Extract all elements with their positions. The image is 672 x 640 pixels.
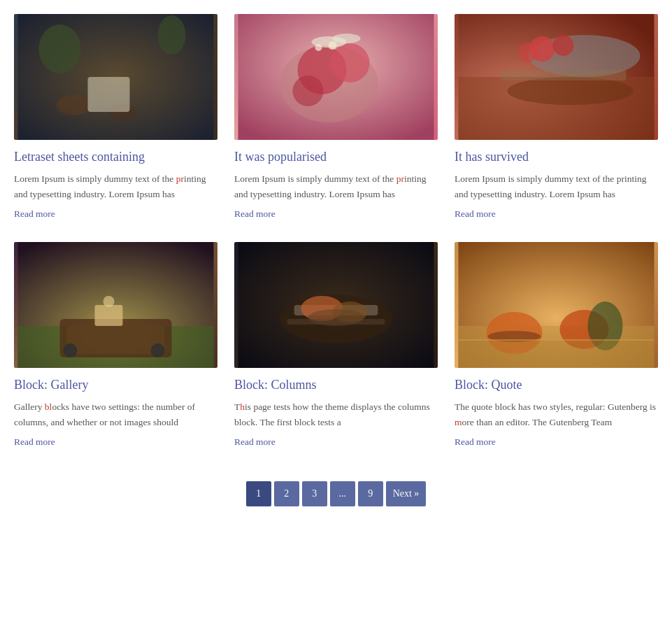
svg-point-11: [331, 43, 370, 83]
card-5-image: [234, 242, 438, 368]
card-6-title: Block: Quote: [455, 378, 658, 392]
card-4-text: Gallery blocks have two settings: the nu…: [14, 399, 217, 429]
svg-point-14: [333, 34, 361, 43]
svg-point-32: [103, 296, 115, 307]
svg-rect-28: [67, 326, 165, 354]
page-9-button[interactable]: 9: [358, 481, 383, 506]
card-2-body: It was popularised Lorem Ipsum is simply…: [234, 140, 438, 225]
svg-rect-46: [459, 340, 655, 368]
card-1-read-more[interactable]: Read more: [14, 208, 217, 220]
card-3-title: It has survived: [455, 150, 658, 164]
card-4: Block: Gallery Gallery blocks have two s…: [14, 242, 217, 453]
card-1-image: [14, 14, 217, 140]
card-5: Block: Columns This page tests how the t…: [234, 242, 438, 453]
card-5-text: This page tests how the theme displays t…: [234, 399, 438, 429]
card-3-text: Lorem Ipsum is simply dummy text of the …: [455, 171, 658, 201]
svg-point-23: [508, 77, 634, 105]
next-button[interactable]: Next »: [386, 481, 427, 506]
card-6-image: [455, 242, 658, 368]
card-5-title: Block: Columns: [234, 378, 438, 392]
card-6-text: The quote block has two styles, regular:…: [455, 399, 658, 429]
card-3: It has survived Lorem Ipsum is simply du…: [455, 14, 658, 225]
card-4-image: [14, 242, 217, 368]
card-3-read-more[interactable]: Read more: [455, 208, 658, 220]
svg-point-16: [315, 44, 322, 51]
card-1-text: Lorem Ipsum is simply dummy text of the …: [14, 171, 217, 201]
svg-point-22: [519, 43, 538, 62]
card-2-image: [234, 14, 438, 140]
svg-rect-6: [88, 77, 130, 112]
card-1-title: Letraset sheets containing: [14, 150, 217, 164]
card-4-read-more[interactable]: Read more: [14, 436, 217, 448]
card-6-body: Block: Quote The quote block has two sty…: [455, 368, 658, 453]
svg-rect-39: [287, 319, 385, 325]
card-4-title: Block: Gallery: [14, 378, 217, 392]
card-2-read-more[interactable]: Read more: [234, 208, 438, 220]
svg-point-30: [151, 343, 165, 357]
card-6: Block: Quote The quote block has two sty…: [455, 242, 658, 453]
card-3-body: It has survived Lorem Ipsum is simply du…: [455, 140, 658, 225]
svg-point-4: [57, 94, 92, 115]
card-3-image: [455, 14, 658, 140]
card-5-body: Block: Columns This page tests how the t…: [234, 368, 438, 453]
card-2-text: Lorem Ipsum is simply dummy text of the …: [234, 171, 438, 201]
svg-point-29: [64, 343, 78, 357]
svg-rect-31: [95, 305, 123, 326]
card-4-body: Block: Gallery Gallery blocks have two s…: [14, 368, 217, 453]
page-3-button[interactable]: 3: [302, 481, 327, 506]
svg-rect-24: [501, 70, 627, 80]
card-5-read-more[interactable]: Read more: [234, 436, 438, 448]
svg-point-1: [39, 24, 81, 73]
article-grid: Letraset sheets containing Lorem Ipsum i…: [14, 14, 658, 453]
svg-point-21: [553, 35, 574, 56]
svg-point-15: [329, 41, 337, 50]
svg-point-2: [158, 15, 186, 55]
svg-point-12: [293, 76, 324, 106]
card-1-body: Letraset sheets containing Lorem Ipsum i…: [14, 140, 217, 225]
pagination: 1 2 3 ... 9 Next »: [14, 481, 658, 520]
card-1: Letraset sheets containing Lorem Ipsum i…: [14, 14, 217, 225]
card-6-read-more[interactable]: Read more: [455, 436, 658, 448]
page-1-button[interactable]: 1: [246, 481, 271, 506]
page-ellipsis-button[interactable]: ...: [330, 481, 355, 506]
page-2-button[interactable]: 2: [274, 481, 299, 506]
card-2-title: It was popularised: [234, 150, 438, 164]
card-2: It was popularised Lorem Ipsum is simply…: [234, 14, 438, 225]
